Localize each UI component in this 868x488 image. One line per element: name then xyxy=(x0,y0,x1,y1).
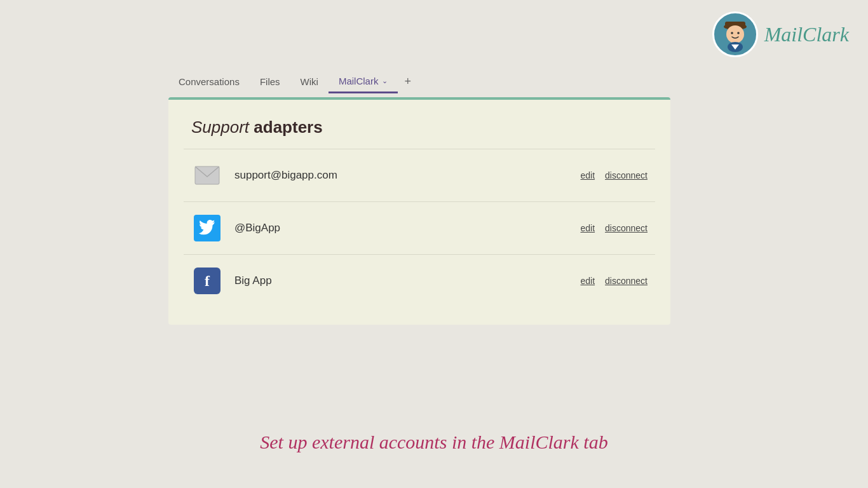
card-header: Support adapters xyxy=(168,100,670,149)
svg-point-4 xyxy=(737,32,740,34)
tab-wiki[interactable]: Wiki xyxy=(290,71,329,92)
adapter-list: support@bigapp.com edit disconnect @BigA… xyxy=(168,149,670,307)
twitter-edit-link[interactable]: edit xyxy=(580,223,595,233)
card-title-bold: adapters xyxy=(254,118,322,137)
adapter-row-twitter: @BigApp edit disconnect xyxy=(184,201,655,254)
tagline: Set up external accounts in the MailClar… xyxy=(0,431,868,453)
adapter-row-email: support@bigapp.com edit disconnect xyxy=(184,149,655,201)
facebook-disconnect-link[interactable]: disconnect xyxy=(605,276,648,286)
email-adapter-actions: edit disconnect xyxy=(580,170,648,180)
tab-conversations[interactable]: Conversations xyxy=(168,71,250,92)
twitter-adapter-name: @BigApp xyxy=(234,222,580,234)
tab-bar: Conversations Files Wiki MailClark ⌄ + xyxy=(168,70,817,93)
facebook-adapter-name: Big App xyxy=(234,274,580,287)
logo-avatar xyxy=(712,11,758,57)
facebook-adapter-icon: f xyxy=(191,265,223,297)
tab-add-button[interactable]: + xyxy=(398,70,417,93)
email-adapter-name: support@bigapp.com xyxy=(234,169,580,182)
logo-brand-text: MailClark xyxy=(764,23,849,46)
email-adapter-icon xyxy=(191,159,223,191)
logo-area: MailClark xyxy=(712,11,849,57)
card-title: Support adapters xyxy=(191,118,648,137)
tab-files[interactable]: Files xyxy=(250,71,290,92)
svg-point-2 xyxy=(726,25,744,43)
twitter-adapter-icon xyxy=(191,212,223,244)
adapter-row-facebook: f Big App edit disconnect xyxy=(184,254,655,307)
tab-mailclark-label: MailClark xyxy=(339,76,379,86)
main-content: Conversations Files Wiki MailClark ⌄ + S… xyxy=(168,70,817,325)
chevron-down-icon: ⌄ xyxy=(382,77,388,85)
support-adapters-card: Support adapters support@bigapp.com edit… xyxy=(168,97,670,325)
facebook-adapter-actions: edit disconnect xyxy=(580,276,648,286)
email-disconnect-link[interactable]: disconnect xyxy=(605,170,648,180)
facebook-edit-link[interactable]: edit xyxy=(580,276,595,286)
svg-point-3 xyxy=(731,32,733,34)
tab-mailclark[interactable]: MailClark ⌄ xyxy=(329,71,398,93)
card-title-italic: Support xyxy=(191,118,254,137)
twitter-disconnect-link[interactable]: disconnect xyxy=(605,223,648,233)
twitter-adapter-actions: edit disconnect xyxy=(580,223,648,233)
email-edit-link[interactable]: edit xyxy=(580,170,595,180)
